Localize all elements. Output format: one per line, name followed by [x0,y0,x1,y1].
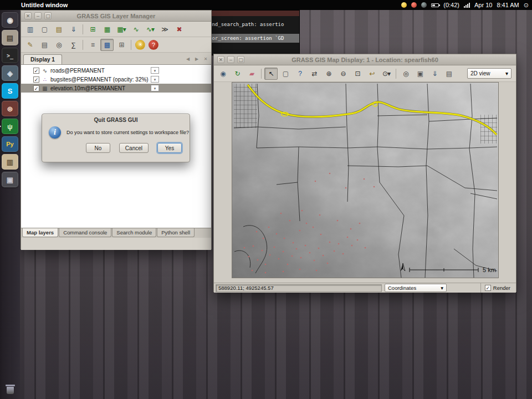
statusbar-mode-select[interactable]: Coordinates ▾ [385,284,447,292]
layer-row-combo[interactable]: ▾ [151,76,159,83]
help-button[interactable]: ? [149,40,158,50]
select-features-button[interactable]: ▢ [279,68,292,80]
close-icon[interactable]: ✕ [217,56,224,63]
terminal-titlebar[interactable] [206,11,299,16]
clock-label[interactable]: 8:41 AM [497,2,519,8]
grass-gis-icon[interactable]: ψ [2,119,18,134]
attribute-table-button[interactable]: ▤ [38,39,51,51]
layer-row-bugsites[interactable]: ✓ ∴ bugsites@PERMANENT (opacity: 32%) ▾ [21,75,211,84]
tab-python-shell[interactable]: Python shell [157,228,195,237]
layer-label[interactable]: roads@PERMANENT [50,68,105,74]
layer-manager-titlebar[interactable]: ✕ – ▢ GRASS GIS Layer Manager [21,11,211,22]
map-display-window: ✕ – ▢ GRASS GIS Map Display: 1 - Locatio… [213,54,516,292]
view-mode-select[interactable]: 2D view ▾ [467,68,511,79]
layer-row-elevation[interactable]: ✓ ▦ elevation.10m@PERMANENT ▾ [21,84,211,93]
tab-map-layers[interactable]: Map layers [22,228,58,237]
layer-label[interactable]: elevation.10m@PERMANENT [50,85,125,91]
analyze-map-button[interactable]: ◎ [399,68,412,80]
terminal-icon[interactable]: >_ [2,48,18,63]
layer-checkbox[interactable]: ✓ [33,85,39,91]
layer-row-roads[interactable]: ✓ ∿ roads@PERMANENT ▾ [21,66,211,75]
edit-vector-button[interactable]: ✎ [23,39,37,51]
layer-checkbox[interactable]: ✓ [33,76,39,83]
add-overlay-button[interactable]: ▣ [413,68,427,80]
save-workspace-button[interactable]: ⇓ [66,23,80,35]
skype-icon[interactable]: S [2,83,18,99]
keyboard-indicator-icon[interactable] [401,2,407,8]
cancel-button[interactable]: Cancel [119,143,149,153]
sites-layer-icon: ∴ [42,76,48,83]
python-icon[interactable]: Py [2,136,18,152]
add-multiple-layers-button[interactable]: ⊞ [86,23,99,35]
new-display-button[interactable]: ▥ [23,23,37,35]
map-render: 5 km [232,83,498,278]
tab-close-icon[interactable]: ✕ [202,56,209,63]
layer-checkbox[interactable]: ✓ [33,68,39,74]
trash-icon[interactable] [2,381,18,397]
maximize-icon[interactable]: ▢ [44,12,52,19]
messaging-indicator-icon[interactable] [411,2,417,8]
close-icon[interactable]: ✕ [24,12,32,19]
tab-command-console[interactable]: Command console [59,228,111,237]
vector-digitizer-button[interactable]: ◎ [52,39,65,51]
maximize-icon[interactable]: ▢ [237,56,244,63]
mapswipe-button[interactable]: ▩ [100,39,114,51]
zoom-out-button[interactable]: ⊖ [336,68,350,80]
tab-display-1[interactable]: Display 1 [23,54,62,64]
map-canvas[interactable]: 5 km [232,83,498,278]
power-menu-icon[interactable]: ⊙ [524,2,529,9]
query-button[interactable]: ? [293,68,306,80]
files-icon[interactable]: ▤ [2,30,18,45]
map-display-client-area: 5 km [214,82,516,283]
graphical-modeler-button[interactable]: ≡ [86,39,99,51]
dash-icon[interactable]: ◉ [2,12,18,28]
remove-layer-button[interactable]: ✖ [172,23,186,35]
render-map-button[interactable]: ↻ [231,68,244,80]
layer-row-combo[interactable]: ▾ [151,85,159,91]
add-command-layer-button[interactable]: ≫ [158,23,171,35]
software-center-icon[interactable]: ◈ [2,65,18,81]
terminal-window[interactable]: end_search_path: assertio for_screen: as… [205,10,300,55]
add-vector-button[interactable]: ∿ [129,23,142,35]
zoom-menu-button[interactable]: ⊙▾ [380,68,393,80]
georectifier-button[interactable]: ⊞ [115,39,128,51]
settings-button[interactable]: ✳ [135,40,145,50]
yes-button[interactable]: Yes [157,143,182,153]
render-checkbox[interactable]: ✓ [485,285,491,291]
add-vector-menu-button[interactable]: ∿▾ [144,23,157,35]
zoom-in-button[interactable]: ⊕ [322,68,335,80]
add-raster-menu-button[interactable]: ▦▾ [115,23,128,35]
layer-manager-toolbar-2: ✎ ▤ ◎ ∑ ≡ ▩ ⊞ ✳ ? [21,37,211,53]
add-raster-button[interactable]: ▦ [100,23,114,35]
pan-button[interactable]: ⇄ [308,68,321,80]
create-workspace-button[interactable]: ▢ [38,23,51,35]
no-button[interactable]: No [86,143,110,153]
render-toggle[interactable]: ✓ Render [480,283,514,293]
print-display-button[interactable]: ▤ [442,68,456,80]
minimize-icon[interactable]: – [227,56,234,63]
map-display-titlebar[interactable]: ✕ – ▢ GRASS GIS Map Display: 1 - Locatio… [214,54,516,65]
open-workspace-button[interactable]: ▤ [52,23,65,35]
zoom-extent-button[interactable]: ⊡ [351,68,364,80]
date-label[interactable]: Apr 10 [474,2,492,8]
battery-icon[interactable] [431,3,439,7]
save-display-button[interactable]: ⇓ [428,68,441,80]
layer-label[interactable]: bugsites@PERMANENT (opacity: 32%) [50,76,149,83]
network-signal-icon[interactable] [464,2,470,8]
tab-search-module[interactable]: Search module [112,228,156,237]
raster-calculator-button[interactable]: ∑ [66,39,80,51]
tab-prev-icon[interactable]: ◀ [185,56,191,63]
archive-manager-icon[interactable]: ▥ [2,154,18,170]
minimize-icon[interactable]: – [34,12,42,19]
disk-utility-icon[interactable]: ▣ [2,172,18,187]
system-settings-icon[interactable]: ⊛ [2,101,18,116]
erase-display-button[interactable]: ▰ [245,68,258,80]
layer-row-combo[interactable]: ▾ [151,67,159,74]
session-indicator-icon[interactable] [421,2,427,8]
pointer-button[interactable]: ↖ [264,68,278,80]
scalebar-label: 5 km [483,267,496,273]
zoom-back-button[interactable]: ↩ [365,68,378,80]
coordinates-field[interactable]: 588920.11; 4925245.57 [216,284,382,292]
tab-next-icon[interactable]: ▶ [193,56,200,63]
display-map-button[interactable]: ◉ [216,68,229,80]
